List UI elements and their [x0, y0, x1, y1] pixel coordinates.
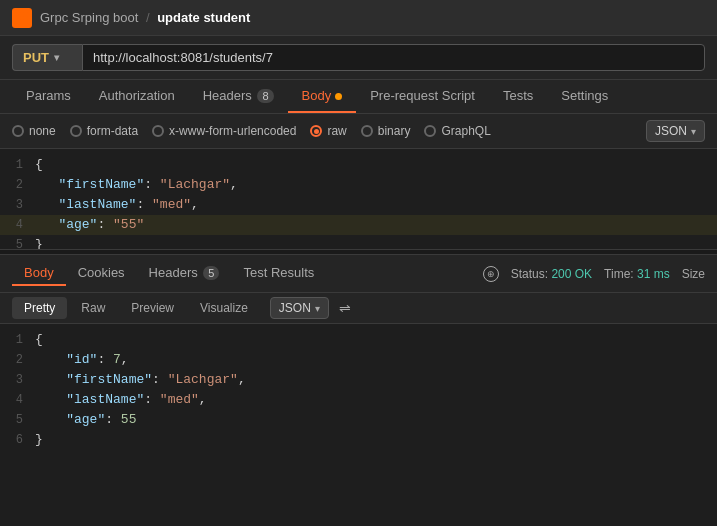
- radio-raw: [310, 125, 322, 137]
- body-type-none[interactable]: none: [12, 124, 56, 138]
- url-bar-section: PUT ▾: [0, 36, 717, 80]
- request-body-editor[interactable]: 1 { 2 "firstName": "Lachgar", 3 "lastNam…: [0, 149, 717, 249]
- svg-rect-3: [23, 19, 28, 24]
- req-line-2: 2 "firstName": "Lachgar",: [0, 175, 717, 195]
- tab-authorization[interactable]: Authorization: [85, 80, 189, 113]
- fmt-visualize[interactable]: Visualize: [188, 297, 260, 319]
- method-chevron: ▾: [54, 52, 59, 63]
- radio-form-data: [70, 125, 82, 137]
- app-logo: [12, 8, 32, 28]
- radio-graphql: [424, 125, 436, 137]
- resp-tab-cookies[interactable]: Cookies: [66, 261, 137, 286]
- resp-tab-headers[interactable]: Headers 5: [137, 261, 232, 286]
- url-input[interactable]: [82, 44, 705, 71]
- response-header: Body Cookies Headers 5 Test Results ⊕ St…: [0, 255, 717, 293]
- body-type-raw[interactable]: raw: [310, 124, 346, 138]
- time-label: Time: 31 ms: [604, 267, 670, 281]
- tab-pre-request[interactable]: Pre-request Script: [356, 80, 489, 113]
- tab-headers[interactable]: Headers 8: [189, 80, 288, 113]
- body-type-row: none form-data x-www-form-urlencoded raw…: [0, 114, 717, 149]
- svg-rect-0: [16, 12, 21, 17]
- header-bar: Grpc Srping boot / update student: [0, 0, 717, 36]
- headers-badge: 8: [257, 89, 273, 103]
- breadcrumb: Grpc Srping boot / update student: [40, 10, 250, 25]
- resp-line-1: 1 {: [0, 330, 717, 350]
- tab-settings[interactable]: Settings: [547, 80, 622, 113]
- resp-tab-body[interactable]: Body: [12, 261, 66, 286]
- status-label: Status: 200 OK: [511, 267, 592, 281]
- body-type-binary[interactable]: binary: [361, 124, 411, 138]
- method-label: PUT: [23, 50, 49, 65]
- globe-icon: ⊕: [483, 266, 499, 282]
- resp-line-3: 3 "firstName": "Lachgar",: [0, 370, 717, 390]
- resp-json-selector[interactable]: JSON ▾: [270, 297, 329, 319]
- radio-none: [12, 125, 24, 137]
- response-body-viewer: 1 { 2 "id": 7, 3 "firstName": "Lachgar",…: [0, 324, 717, 456]
- method-select[interactable]: PUT ▾: [12, 44, 82, 71]
- body-type-form-data[interactable]: form-data: [70, 124, 138, 138]
- resp-line-4: 4 "lastName": "med",: [0, 390, 717, 410]
- format-bar: Pretty Raw Preview Visualize JSON ▾ ⇌: [0, 293, 717, 324]
- request-tabs: Params Authorization Headers 8 Body Pre-…: [0, 80, 717, 114]
- req-line-4: 4 "age": "55": [0, 215, 717, 235]
- tab-tests[interactable]: Tests: [489, 80, 547, 113]
- tab-params[interactable]: Params: [12, 80, 85, 113]
- size-label: Size: [682, 267, 705, 281]
- json-type-selector[interactable]: JSON ▾: [646, 120, 705, 142]
- fmt-raw[interactable]: Raw: [69, 297, 117, 319]
- body-type-graphql[interactable]: GraphQL: [424, 124, 490, 138]
- radio-urlencoded: [152, 125, 164, 137]
- body-type-urlencoded[interactable]: x-www-form-urlencoded: [152, 124, 296, 138]
- fmt-preview[interactable]: Preview: [119, 297, 186, 319]
- svg-rect-1: [23, 12, 28, 17]
- filter-icon[interactable]: ⇌: [339, 300, 351, 316]
- radio-binary: [361, 125, 373, 137]
- resp-tab-test-results[interactable]: Test Results: [231, 261, 326, 286]
- svg-rect-2: [16, 19, 21, 24]
- resp-line-5: 5 "age": 55: [0, 410, 717, 430]
- time-value: 31 ms: [637, 267, 670, 281]
- resp-line-2: 2 "id": 7,: [0, 350, 717, 370]
- req-line-3: 3 "lastName": "med",: [0, 195, 717, 215]
- resp-headers-badge: 5: [203, 266, 219, 280]
- req-line-5: 5 }: [0, 235, 717, 249]
- req-line-1: 1 {: [0, 155, 717, 175]
- tab-body[interactable]: Body: [288, 80, 357, 113]
- fmt-pretty[interactable]: Pretty: [12, 297, 67, 319]
- resp-line-6: 6 }: [0, 430, 717, 450]
- body-dot: [335, 93, 342, 100]
- response-status: ⊕ Status: 200 OK Time: 31 ms Size: [483, 266, 705, 282]
- status-ok: 200 OK: [551, 267, 592, 281]
